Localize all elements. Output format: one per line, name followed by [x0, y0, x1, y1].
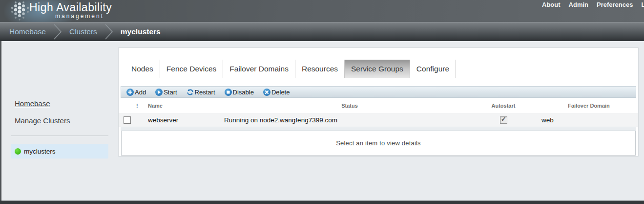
breadcrumb-current-myclusters[interactable]: myclusters: [121, 27, 161, 36]
tab-nodes[interactable]: Nodes: [125, 60, 160, 78]
logout-link[interactable]: Logout: [641, 1, 644, 8]
tab-resources[interactable]: Resources: [295, 60, 345, 78]
preferences-link[interactable]: Preferences: [597, 1, 633, 8]
service-toolbar: Add Start Restart: [121, 86, 636, 98]
column-header-alert: !: [136, 103, 138, 109]
column-header-status: Status: [313, 103, 386, 109]
service-row-webserver[interactable]: webserver Running on node2.wangfeng7399.…: [119, 113, 638, 127]
app-subtitle: management: [55, 13, 104, 20]
restart-button[interactable]: Restart: [187, 89, 215, 96]
play-icon: [155, 89, 163, 96]
disable-button[interactable]: Disable: [225, 89, 254, 96]
about-link[interactable]: About: [542, 1, 561, 8]
tab-bar: Nodes Fence Devices Failover Domains Res…: [125, 60, 456, 78]
cluster-dots-logo-icon: [9, 1, 31, 22]
sidebar-divider: [11, 136, 108, 136]
delete-button[interactable]: Delete: [263, 89, 290, 96]
plus-icon: [126, 89, 134, 96]
tab-fence-devices[interactable]: Fence Devices: [160, 60, 224, 78]
breadcrumb-item-homebase[interactable]: Homebase: [9, 27, 46, 36]
header-nav: About Admin Preferences Logout: [542, 1, 644, 8]
details-placeholder-text: Select an item to view details: [336, 139, 421, 147]
delete-x-icon: [263, 89, 270, 96]
sidebar-item-homebase[interactable]: Homebase: [15, 99, 50, 108]
tab-service-groups[interactable]: Service Groups: [345, 60, 410, 78]
row-select-checkbox[interactable]: [124, 116, 131, 124]
chevron-right-icon: [104, 23, 114, 40]
column-header-failover-domain: Failover Domain: [552, 103, 625, 109]
restart-icon: [187, 89, 194, 96]
app-header: High Availability management About Admin…: [0, 0, 644, 22]
chevron-right-icon: [52, 23, 63, 40]
app-title: High Availability: [29, 1, 112, 14]
table-details-gap: [121, 127, 636, 131]
admin-link[interactable]: Admin: [569, 1, 588, 8]
sidebar: Homebase Manage Clusters myclusters: [1, 41, 118, 201]
breadcrumb: Homebase Clusters myclusters: [0, 22, 644, 41]
autostart-checkbox[interactable]: [500, 116, 507, 124]
content-panel: Nodes Fence Devices Failover Domains Res…: [118, 47, 639, 157]
start-button[interactable]: Start: [155, 89, 177, 96]
sidebar-item-manage-clusters[interactable]: Manage Clusters: [15, 116, 70, 125]
cluster-online-dot-icon: [15, 148, 21, 155]
service-status: Running on node2.wangfeng7399.com: [224, 116, 337, 124]
add-button[interactable]: Add: [126, 89, 146, 96]
tab-configure[interactable]: Configure: [410, 60, 456, 78]
stop-icon: [225, 89, 232, 96]
failover-domain-value: web: [541, 116, 554, 124]
cluster-name-label: myclusters: [24, 148, 56, 155]
column-header-name: Name: [148, 103, 163, 109]
app-root: High Availability management About Admin…: [0, 0, 644, 204]
details-panel: Select an item to view details: [121, 131, 636, 156]
tab-failover-domains[interactable]: Failover Domains: [223, 60, 295, 78]
service-name: webserver: [148, 116, 178, 124]
column-header-autostart: Autostart: [479, 103, 528, 109]
footer-bar: [0, 201, 644, 204]
sidebar-cluster-myclusters[interactable]: myclusters: [11, 144, 108, 159]
breadcrumb-item-clusters[interactable]: Clusters: [69, 27, 97, 36]
